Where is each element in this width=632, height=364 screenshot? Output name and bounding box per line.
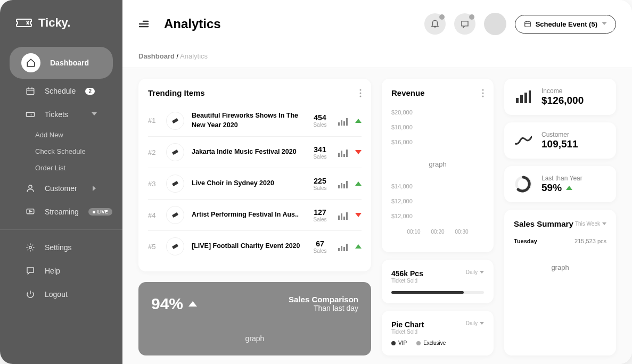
- nav-label: Schedule: [45, 87, 76, 95]
- more-icon[interactable]: [482, 89, 484, 97]
- sales-summary-graph: graph: [514, 247, 606, 277]
- rev-time-axis: 00:10 00:20 00:30: [391, 224, 484, 235]
- svg-point-5: [29, 185, 32, 188]
- svg-rect-3: [27, 88, 34, 95]
- up-arrow-icon: [566, 186, 572, 190]
- pie-period-dropdown[interactable]: Daily: [466, 320, 484, 326]
- stat-label: Customer: [541, 131, 578, 138]
- stat-value: $126,000: [541, 95, 584, 106]
- notification-dot: [439, 14, 445, 20]
- chevron-down-icon: [602, 22, 607, 26]
- svg-rect-13: [172, 150, 178, 155]
- trend-name: [LIVE] Football Charity Event 2020: [192, 242, 302, 251]
- main: Analytics Schedule Event (5) Dashboard /…: [122, 0, 632, 364]
- sales-comp-sub: Than last day: [289, 304, 358, 312]
- svg-point-17: [482, 89, 484, 90]
- logo[interactable]: Ticky.: [0, 11, 122, 46]
- svg-rect-20: [516, 98, 519, 103]
- sidebar-item-help[interactable]: Help: [10, 260, 113, 282]
- mini-bar-chart-icon: [338, 179, 348, 188]
- sidebar-item-customer[interactable]: Customer: [10, 177, 113, 200]
- up-arrow-icon: [355, 181, 362, 186]
- stat-value: 109,511: [541, 138, 578, 150]
- sidebar-sub-check-schedule[interactable]: Check Schedule: [0, 143, 122, 160]
- divider: [0, 229, 122, 230]
- trend-name: Live Choir in Sydney 2020: [192, 179, 302, 188]
- trending-row[interactable]: #5 [LIVE] Football Charity Event 2020 67…: [148, 230, 362, 262]
- sales-comp-title: Sales Comparison: [289, 295, 358, 304]
- mini-bar-chart-icon: [338, 116, 348, 126]
- ticket-sold-label: Ticket Sold: [391, 278, 423, 284]
- schedule-event-button[interactable]: Schedule Event (5): [515, 15, 616, 34]
- sidebar-item-settings[interactable]: Settings: [10, 236, 113, 259]
- ticket-icon: [166, 143, 184, 161]
- chevron-down-icon: [92, 112, 97, 117]
- stream-icon: [26, 207, 35, 217]
- svg-rect-4: [27, 112, 35, 117]
- sidebar-item-logout[interactable]: Logout: [10, 283, 113, 305]
- sidebar-item-streaming[interactable]: Streaming LIVE: [10, 201, 113, 223]
- sidebar-item-tickets[interactable]: Tickets: [10, 103, 113, 126]
- trending-card: Trending Items #1 Beautiful Fireworks Sh…: [138, 79, 371, 271]
- chevron-down-icon: [480, 271, 484, 274]
- calendar-icon: [26, 86, 35, 96]
- rev-axis: $12,000: [391, 209, 484, 224]
- pie-chart-card: Pie Chart Ticket Sold Daily VIP Exclusiv…: [382, 311, 494, 355]
- trending-row[interactable]: #3 Live Choir in Sydney 2020 225Sales: [148, 168, 362, 199]
- svg-point-18: [482, 92, 484, 94]
- sidebar-sub-add-new[interactable]: Add New: [0, 127, 122, 143]
- more-icon[interactable]: [359, 89, 362, 97]
- menu-toggle-icon[interactable]: [138, 20, 149, 28]
- trending-row[interactable]: #2 Jakarta Indie Music Festival 2020 341…: [148, 136, 362, 168]
- stat-customer: Customer 109,511: [504, 122, 616, 159]
- svg-rect-0: [17, 19, 31, 27]
- ticket-sold-progress: [391, 291, 484, 294]
- trend-sales: 67Sales: [309, 239, 331, 254]
- gear-icon: [26, 243, 35, 252]
- sidebar-sub-order-list[interactable]: Order List: [0, 160, 122, 176]
- ticket-sold-period-dropdown[interactable]: Daily: [466, 269, 484, 275]
- logo-text: Ticky.: [38, 16, 70, 30]
- sidebar-item-schedule[interactable]: Schedule 2: [10, 80, 113, 102]
- chevron-down-icon: [480, 322, 484, 325]
- svg-rect-16: [172, 244, 178, 249]
- trend-sales: 127Sales: [309, 208, 331, 222]
- pie-title: Pie Chart: [391, 320, 424, 329]
- sidebar-item-dashboard[interactable]: Dashboard: [10, 47, 113, 79]
- svg-rect-21: [520, 95, 523, 103]
- trend-sales: 454Sales: [309, 113, 331, 128]
- ss-day: Tuesday: [514, 238, 537, 244]
- breadcrumb-home[interactable]: Dashboard: [138, 52, 175, 60]
- trending-row[interactable]: #1 Beautiful Fireworks Shows In The New …: [148, 105, 362, 136]
- message-icon: [460, 19, 470, 29]
- svg-rect-14: [172, 181, 178, 186]
- nav-label: Settings: [45, 243, 97, 252]
- ss-val: 215,523 pcs: [574, 238, 606, 244]
- mini-bar-chart-icon: [338, 147, 348, 157]
- revenue-card: Revenue $20,000 $18,000 $16,000 graph $1…: [382, 79, 494, 252]
- svg-point-9: [360, 89, 362, 90]
- trend-rank: #1: [148, 117, 159, 125]
- trending-row[interactable]: #4 Artist Performing Festival In Aus.. 1…: [148, 199, 362, 230]
- sales-summary-period-dropdown[interactable]: This Week: [575, 221, 606, 227]
- up-arrow-icon: [355, 244, 362, 249]
- mini-bar-chart-icon: [338, 242, 348, 251]
- messages-button[interactable]: [454, 13, 475, 35]
- up-arrow-icon: [188, 301, 197, 307]
- trend-rank: #2: [148, 148, 159, 156]
- trend-rank: #4: [148, 211, 159, 219]
- notification-dot: [469, 14, 474, 20]
- page-title: Analytics: [164, 16, 416, 31]
- nav-label: Customer: [45, 184, 83, 193]
- rev-axis: $16,000: [391, 135, 484, 150]
- ticket-icon: [166, 175, 184, 193]
- nav-label: Dashboard: [50, 59, 97, 67]
- svg-rect-23: [529, 90, 531, 103]
- avatar[interactable]: [484, 13, 506, 35]
- ticket-sold-card: 456k Pcs Ticket Sold Daily: [382, 260, 494, 303]
- chevron-down-icon: [602, 222, 606, 226]
- notifications-button[interactable]: [424, 13, 446, 35]
- pie-label: Ticket Sold: [391, 329, 424, 335]
- svg-point-11: [360, 95, 362, 97]
- sales-comp-pct: 94%: [151, 295, 183, 313]
